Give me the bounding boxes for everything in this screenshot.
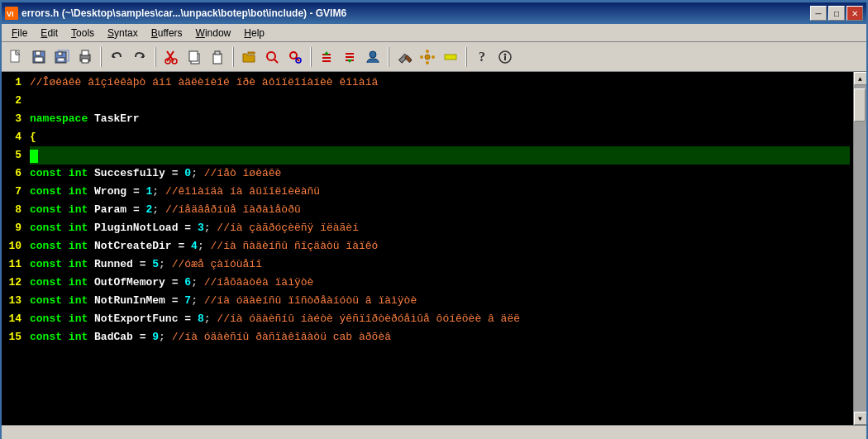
tb-copy-button[interactable] <box>184 46 205 68</box>
tb-gear-button[interactable] <box>417 46 438 68</box>
toolbar: ? <box>2 42 866 72</box>
svg-rect-8 <box>58 52 62 55</box>
tb-replace-button[interactable] <box>284 46 306 68</box>
svg-text:VI: VI <box>7 10 14 18</box>
line-num: 1 <box>8 74 21 92</box>
code-line-15: const int BadCab = 9; //íà óäàèñíû ðàñïà… <box>30 328 850 346</box>
tb-save2-button[interactable] <box>51 46 73 68</box>
menu-syntax[interactable]: Syntax <box>101 26 145 41</box>
code-line-13: const int NotRunInMem = 7; //íà óäàèíñû … <box>30 292 850 310</box>
tb-find-button[interactable] <box>261 46 283 68</box>
maximize-button[interactable]: □ <box>828 6 845 21</box>
tb-redo-button[interactable] <box>129 46 150 68</box>
tb-hammer-button[interactable] <box>393 46 415 68</box>
svg-rect-5 <box>36 51 41 55</box>
svg-point-44 <box>420 55 423 59</box>
line-num: 12 <box>8 274 21 292</box>
window-frame: VI errors.h (~\Desktop\samples\car...\un… <box>0 0 868 439</box>
code-line-9: const int PluginNotLoad = 3; //íà çàãðóç… <box>30 219 850 237</box>
tb-user-button[interactable] <box>362 46 384 68</box>
window-controls: ─ □ ✕ <box>810 6 863 21</box>
code-line-7: const int Wrong = 1; //êîìàíäà íà âûïîëí… <box>30 183 850 201</box>
tb-print-button[interactable] <box>74 46 96 68</box>
code-line-1: //Îøèáêè âîçíèêàþò áíî àäëèíèîé ïðè àôïï… <box>30 74 850 92</box>
svg-point-45 <box>432 55 435 59</box>
menu-help[interactable]: Help <box>237 26 271 41</box>
code-line-11: const int Runned = 5; //óæå çàïóùåíî <box>30 255 850 274</box>
svg-rect-22 <box>213 54 222 64</box>
line-num: 11 <box>8 255 21 274</box>
svg-rect-21 <box>189 51 198 61</box>
line-numbers: 1 2 3 4 5 6 7 8 9 10 11 12 13 14 15 <box>2 72 26 425</box>
code-line-3: namespace TaskErr <box>30 110 850 128</box>
line-num: 7 <box>8 183 21 201</box>
menu-tools[interactable]: Tools <box>64 26 101 41</box>
menu-edit[interactable]: Edit <box>34 26 64 41</box>
tb-sep-5 <box>388 47 389 67</box>
scroll-down-arrow[interactable]: ▼ <box>854 412 867 425</box>
close-button[interactable]: ✕ <box>847 6 863 21</box>
line-num: 4 <box>8 128 21 146</box>
line-num: 3 <box>8 110 21 128</box>
svg-marker-33 <box>324 51 329 55</box>
tb-cut-button[interactable] <box>160 46 182 68</box>
svg-rect-12 <box>82 50 88 55</box>
svg-rect-31 <box>322 57 331 59</box>
svg-rect-49 <box>504 56 506 60</box>
line-num: 8 <box>8 201 21 219</box>
tb-sep-6 <box>465 47 467 67</box>
tb-rect-button[interactable] <box>440 46 461 68</box>
svg-rect-34 <box>346 53 354 55</box>
menu-file[interactable]: File <box>5 26 34 41</box>
svg-rect-40 <box>405 55 412 61</box>
scroll-track[interactable] <box>854 85 866 412</box>
code-line-10: const int NotCreateDir = 4; //íà ñàäèíñû… <box>30 237 850 255</box>
minimize-button[interactable]: ─ <box>810 6 827 21</box>
svg-point-42 <box>426 50 429 53</box>
line-num: 10 <box>8 237 21 255</box>
tb-paste-button[interactable] <box>207 46 228 68</box>
tb-save-button[interactable] <box>28 46 50 68</box>
code-editor[interactable]: //Îøèáêè âîçíèêàþò áíî àäëèíèîé ïðè àôïï… <box>26 72 853 425</box>
code-line-12: const int OutOfMemory = 6; //íåõâàòêà ïà… <box>30 274 850 292</box>
menu-buffers[interactable]: Buffers <box>145 26 189 41</box>
tb-about-button[interactable] <box>494 46 516 68</box>
tb-new-button[interactable] <box>5 46 26 68</box>
tb-sep-3 <box>232 47 234 67</box>
tb-down-button[interactable] <box>339 46 360 68</box>
cursor <box>30 150 38 163</box>
svg-point-48 <box>504 53 507 55</box>
line-num: 5 <box>8 146 21 165</box>
code-line-14: const int NotExportFunc = 8; //íà óäàèñí… <box>30 310 850 328</box>
code-line-8: const int Param = 2; //íåäâåðíûå ïàðàìåò… <box>30 201 850 219</box>
svg-rect-23 <box>215 51 220 55</box>
status-bar <box>2 425 866 439</box>
tb-undo-button[interactable] <box>106 46 127 68</box>
svg-point-27 <box>290 52 297 59</box>
svg-rect-32 <box>322 60 331 62</box>
tb-open-button[interactable] <box>238 46 260 68</box>
app-icon: VI <box>5 7 18 20</box>
tb-help-button[interactable]: ? <box>471 46 493 68</box>
svg-point-43 <box>426 61 429 64</box>
scroll-up-arrow[interactable]: ▲ <box>854 72 867 85</box>
vertical-scrollbar[interactable]: ▲ ▼ <box>853 72 866 425</box>
svg-point-25 <box>267 52 275 60</box>
tb-up-button[interactable] <box>316 46 337 68</box>
svg-rect-46 <box>445 55 456 60</box>
menu-window[interactable]: Window <box>189 26 238 41</box>
title-bar: VI errors.h (~\Desktop\samples\car...\un… <box>2 2 866 24</box>
code-line-6: const int Succesfully = 0; //íåò îøèáêè <box>30 165 850 183</box>
svg-rect-13 <box>82 59 88 63</box>
svg-rect-6 <box>35 57 43 62</box>
window-title: errors.h (~\Desktop\samples\car...\unpac… <box>21 7 346 19</box>
svg-rect-24 <box>248 52 255 54</box>
line-num: 2 <box>8 92 21 110</box>
svg-point-38 <box>370 51 376 58</box>
code-line-2 <box>30 92 850 110</box>
tb-sep-1 <box>100 47 102 67</box>
line-num: 15 <box>8 328 21 346</box>
tb-sep-2 <box>155 47 156 67</box>
svg-rect-35 <box>346 56 354 58</box>
scroll-thumb[interactable] <box>854 88 866 122</box>
